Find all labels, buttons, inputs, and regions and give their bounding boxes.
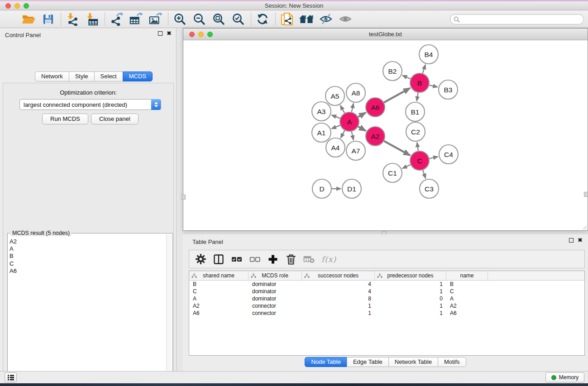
show-hidden-eye-icon[interactable] xyxy=(338,12,353,26)
search-input[interactable] xyxy=(460,15,583,24)
table-cell[interactable]: A xyxy=(189,295,249,302)
graph-edge-A-A5[interactable] xyxy=(340,105,344,113)
show-all-homes-icon[interactable] xyxy=(299,12,314,26)
network-canvas-svg[interactable]: B4B2BB3A5A8A6B1A3AA1C2A2A4A7C4CC1C3DD1 xyxy=(183,40,588,230)
table-cell[interactable]: connector xyxy=(249,310,302,317)
zoom-fit-icon[interactable] xyxy=(211,12,226,26)
import-table-icon[interactable] xyxy=(84,12,100,26)
zoom-in-icon[interactable] xyxy=(172,12,187,26)
table-cell[interactable]: A xyxy=(446,295,488,302)
refresh-icon[interactable] xyxy=(255,12,270,26)
node-table[interactable]: shared nameMCDS rolesuccessor nodesprede… xyxy=(189,271,585,356)
close-panel-button[interactable]: Close panel xyxy=(91,114,139,124)
table-cell[interactable]: dominator xyxy=(249,281,302,288)
export-table-icon[interactable] xyxy=(128,12,143,26)
tab-network[interactable]: Network xyxy=(35,71,69,81)
table-cell[interactable]: 1 xyxy=(302,310,375,317)
mcds-result-list[interactable]: A2ABCA6 xyxy=(10,238,163,275)
table-cell[interactable]: A2 xyxy=(446,302,488,310)
mcds-result-item[interactable]: A6 xyxy=(10,267,163,275)
tab-mcds[interactable]: MCDS xyxy=(123,71,153,81)
split-table-view-icon[interactable] xyxy=(213,253,225,266)
tab-node-table[interactable]: Node Table xyxy=(305,357,347,367)
table-header-row[interactable]: shared nameMCDS rolesuccessor nodesprede… xyxy=(189,271,584,281)
export-network-icon[interactable] xyxy=(109,12,124,26)
export-image-icon[interactable] xyxy=(148,12,163,26)
delete-column-trash-icon[interactable] xyxy=(285,253,297,266)
search-field[interactable] xyxy=(450,14,584,24)
tab-edge-table[interactable]: Edge Table xyxy=(347,357,389,367)
table-cell[interactable]: 1 xyxy=(375,310,446,317)
tab-select[interactable]: Select xyxy=(94,71,123,81)
table-cell[interactable]: 4 xyxy=(302,281,375,288)
column-header-MCDS-role[interactable]: MCDS role xyxy=(249,271,302,280)
table-cell[interactable]: 8 xyxy=(302,295,375,302)
delete-table-icon[interactable] xyxy=(303,253,315,266)
graph-edge-A-A8[interactable] xyxy=(352,103,354,112)
hide-selected-eye-slash-icon[interactable] xyxy=(318,12,334,26)
table-cell[interactable]: connector xyxy=(249,302,302,310)
function-builder-icon[interactable]: f(x) xyxy=(321,255,336,264)
new-network-from-file-icon[interactable] xyxy=(279,12,295,26)
graph-edge-C-C4[interactable] xyxy=(429,157,438,158)
graph-edge-A-A4[interactable] xyxy=(340,130,344,138)
close-window-button[interactable] xyxy=(5,3,11,9)
table-row[interactable]: A6connector11A6 xyxy=(189,310,584,317)
vertical-splitter-handle[interactable] xyxy=(182,195,186,200)
tab-motifs[interactable]: Motifs xyxy=(438,357,466,367)
zoom-selected-icon[interactable] xyxy=(230,12,246,26)
mcds-result-item[interactable]: C xyxy=(10,260,163,267)
close-table-panel-icon[interactable]: ✖ xyxy=(578,238,583,243)
graph-edge-A-A3[interactable] xyxy=(332,115,340,118)
table-cell[interactable]: 1 xyxy=(302,302,375,310)
column-header-shared-name[interactable]: shared name xyxy=(189,271,249,280)
table-cell[interactable]: B xyxy=(189,281,249,288)
network-zoom-button[interactable] xyxy=(207,32,213,37)
minimize-window-button[interactable] xyxy=(14,3,20,9)
graph-edge-B-B4[interactable] xyxy=(423,65,425,73)
graph-edge-A2-C[interactable] xyxy=(384,141,410,156)
graph-edge-A-A1[interactable] xyxy=(331,125,340,129)
column-header-successor-nodes[interactable]: successor nodes xyxy=(302,271,375,280)
deselect-all-checkboxes-icon[interactable] xyxy=(249,253,261,266)
mcds-result-item[interactable]: A2 xyxy=(10,238,163,245)
table-row[interactable]: Cdominator41C xyxy=(189,288,584,295)
column-header-predecessor-nodes[interactable]: predecessor nodes xyxy=(375,271,446,280)
table-cell[interactable]: A6 xyxy=(189,310,249,317)
graph-edge-C-C3[interactable] xyxy=(423,170,425,178)
result-scrollbar[interactable] xyxy=(166,234,172,386)
table-cell[interactable]: 4 xyxy=(302,288,375,295)
float-table-panel-icon[interactable] xyxy=(569,238,574,243)
panel-menu-button[interactable] xyxy=(5,372,17,382)
right-splitter-handle[interactable] xyxy=(584,192,588,197)
mcds-result-item[interactable]: A xyxy=(10,245,163,253)
table-cell[interactable]: B xyxy=(446,281,488,288)
table-cell[interactable]: 1 xyxy=(375,281,446,288)
column-settings-gear-icon[interactable] xyxy=(195,253,206,266)
graph-edge-B-B1[interactable] xyxy=(417,93,418,101)
graph-edge-A-A2[interactable] xyxy=(358,127,366,131)
window-resize-grip[interactable] xyxy=(581,224,587,230)
graph-edge-A-A6[interactable] xyxy=(358,113,366,117)
table-cell[interactable]: A2 xyxy=(189,302,249,310)
tab-network-table[interactable]: Network Table xyxy=(388,357,438,367)
network-minimize-button[interactable] xyxy=(198,32,204,37)
import-network-icon[interactable] xyxy=(65,12,80,26)
mcds-result-item[interactable]: B xyxy=(10,253,163,260)
zoom-window-button[interactable] xyxy=(24,3,29,9)
float-panel-icon[interactable] xyxy=(158,31,163,36)
table-cell[interactable]: dominator xyxy=(249,288,302,295)
save-session-icon[interactable] xyxy=(40,12,56,26)
network-window-titlebar[interactable]: testGlobe.txt xyxy=(183,29,588,40)
table-cell[interactable]: 1 xyxy=(375,288,446,295)
table-cell[interactable]: 0 xyxy=(375,295,446,302)
graph-edge-B-B3[interactable] xyxy=(429,85,437,87)
graph-edge-A-A7[interactable] xyxy=(352,131,354,140)
open-session-icon[interactable] xyxy=(21,12,36,26)
memory-button[interactable]: Memory xyxy=(545,372,584,382)
graph-edge-C-C1[interactable] xyxy=(402,165,411,168)
graph-edge-A6-B[interactable] xyxy=(384,88,410,103)
table-cell[interactable]: C xyxy=(189,288,249,295)
run-mcds-button[interactable]: Run MCDS xyxy=(42,114,88,124)
network-close-button[interactable] xyxy=(189,32,195,37)
